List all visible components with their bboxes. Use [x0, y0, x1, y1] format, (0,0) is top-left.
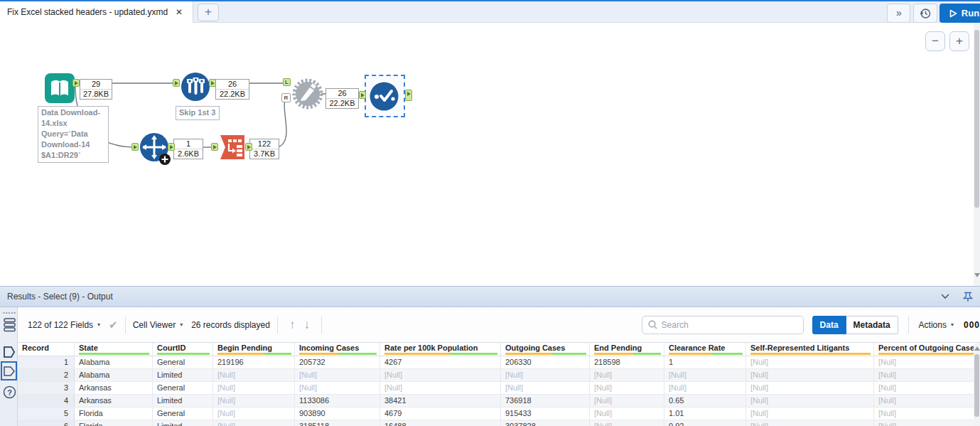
input-annotation[interactable]: Data Download- 14.xlsx Query=`Data Downl… [38, 106, 109, 163]
sample-output-anchor[interactable] [209, 79, 216, 87]
record-number-cell[interactable]: 4 [18, 395, 75, 407]
cell-viewer-dropdown[interactable]: Cell Viewer [133, 320, 176, 330]
table-cell[interactable]: 903890 [295, 408, 380, 420]
column-header[interactable]: Record [18, 343, 75, 356]
table-cell[interactable]: [Null] [590, 382, 664, 394]
input-data-tool[interactable] [44, 73, 75, 104]
select-input-anchor[interactable] [359, 91, 366, 99]
grid-scrollbar-up-arrow-icon[interactable] [974, 346, 980, 351]
table-cell[interactable]: General [153, 356, 213, 368]
table-cell[interactable]: [Null] [746, 382, 874, 394]
table-cell[interactable]: [Null] [213, 395, 295, 407]
column-header[interactable]: Percent of Outgoing Case [874, 343, 980, 356]
table-cell[interactable]: [Null] [874, 356, 980, 368]
rename-left-input-anchor[interactable]: L [283, 78, 291, 86]
count-box[interactable]: 1 2.6KB [173, 139, 203, 159]
version-history-button[interactable] [913, 4, 937, 23]
table-cell[interactable]: [Null] [590, 408, 664, 420]
table-cell[interactable]: [Null] [874, 382, 980, 394]
profile-view-button[interactable] [2, 317, 16, 333]
table-cell[interactable]: [Null] [295, 382, 380, 394]
table-cell[interactable]: 736918 [501, 395, 590, 407]
select-tool[interactable] [370, 82, 399, 111]
column-header[interactable]: CourtID [153, 343, 213, 356]
grid-scrollbar-thumb[interactable] [974, 354, 979, 417]
collapse-chevron-icon[interactable] [940, 293, 950, 300]
table-cell[interactable]: General [153, 382, 213, 394]
fields-dropdown-caret-icon[interactable]: ▾ [97, 321, 100, 328]
input-output-anchor[interactable] [72, 79, 80, 87]
table-cell[interactable]: 0.65 [664, 395, 746, 407]
table-cell[interactable]: [Null] [874, 408, 980, 420]
select-output-anchor[interactable] [405, 90, 412, 101]
table-row[interactable]: 2AlabamaLimited[Null][Null][Null][Null][… [18, 369, 980, 382]
tab-close-icon[interactable]: ✕ [173, 6, 185, 18]
scroll-up-button[interactable]: ↑ [289, 318, 296, 332]
new-tab-button[interactable]: + [198, 4, 219, 21]
zoom-in-button[interactable]: + [949, 31, 969, 51]
search-box[interactable] [642, 316, 804, 334]
table-cell[interactable]: 205732 [295, 356, 380, 368]
column-header[interactable]: End Pending [590, 343, 664, 356]
sample-input-anchor[interactable] [173, 79, 180, 87]
table-cell[interactable]: 3037828 [501, 420, 590, 426]
table-cell[interactable]: 3185118 [295, 420, 380, 426]
table-cell[interactable]: [Null] [746, 395, 874, 407]
table-row[interactable]: 4ArkansasLimited[Null]113308638421736918… [18, 395, 980, 408]
table-cell[interactable]: [Null] [213, 408, 295, 420]
canvas-scrollbar-down-arrow-icon[interactable] [974, 273, 980, 277]
column-header[interactable]: Incoming Cases [295, 343, 380, 356]
table-cell[interactable]: [Null] [746, 408, 874, 420]
table-cell[interactable]: [Null] [590, 369, 664, 381]
table-cell[interactable]: [Null] [501, 382, 590, 394]
table-cell[interactable]: 16488 [380, 420, 501, 426]
record-number-cell[interactable]: 1 [18, 356, 75, 368]
column-header[interactable]: Rate per 100k Population [380, 343, 501, 356]
table-cell[interactable]: [Null] [295, 369, 380, 381]
fields-dropdown[interactable]: 122 of 122 Fields [28, 320, 93, 330]
table-cell[interactable]: 38421 [380, 395, 501, 407]
column-header[interactable]: Clearance Rate [664, 343, 746, 356]
table-cell[interactable]: [Null] [213, 420, 295, 426]
pin-icon[interactable] [963, 292, 973, 302]
column-header[interactable]: Outgoing Cases [501, 343, 590, 356]
select-records-input-anchor[interactable] [131, 143, 139, 151]
table-cell[interactable]: Arkansas [75, 395, 153, 407]
output-view-button[interactable] [2, 363, 16, 379]
table-cell[interactable]: [Null] [213, 382, 295, 394]
table-cell[interactable]: General [153, 408, 213, 420]
metadata-tab-button[interactable]: Metadata [846, 316, 898, 334]
table-cell[interactable]: [Null] [664, 369, 746, 381]
search-input[interactable] [662, 320, 797, 330]
table-cell[interactable]: Limited [153, 420, 213, 426]
select-records-output-anchor[interactable] [168, 143, 175, 151]
table-cell[interactable]: Alabama [75, 369, 153, 381]
strip-drag-handle[interactable]: ••••• [3, 309, 16, 316]
table-cell[interactable]: Limited [153, 369, 213, 381]
count-box[interactable]: 26 22.2KB [325, 88, 359, 109]
dynamic-rename-tool[interactable] [291, 77, 325, 111]
zoom-out-button[interactable]: − [925, 31, 945, 51]
run-button[interactable]: Run [939, 4, 980, 23]
help-button[interactable]: ? [2, 384, 16, 400]
sample-tool[interactable] [181, 72, 210, 102]
table-cell[interactable]: [Null] [746, 356, 874, 368]
table-cell[interactable]: [Null] [501, 369, 590, 381]
table-cell[interactable]: 915433 [501, 408, 590, 420]
table-row[interactable]: 1AlabamaGeneral2191962057324267206330218… [18, 356, 980, 369]
table-cell[interactable]: 1133086 [295, 395, 380, 407]
count-box[interactable]: 29 27.8KB [80, 79, 112, 100]
table-cell[interactable]: [Null] [874, 369, 980, 381]
crosstab-output-anchor[interactable] [245, 143, 252, 151]
record-number-cell[interactable]: 3 [18, 382, 75, 394]
table-cell[interactable]: Arkansas [75, 382, 153, 394]
results-panel-header[interactable]: Results - Select (9) - Output [0, 286, 980, 307]
table-cell[interactable]: [Null] [380, 369, 501, 381]
table-row[interactable]: 6FloridaLimited[Null]3185118164883037828… [18, 420, 980, 426]
table-cell[interactable]: [Null] [874, 420, 980, 426]
record-number-cell[interactable]: 6 [18, 420, 75, 426]
count-box[interactable]: 26 22.2KB [215, 79, 249, 100]
apply-check-icon[interactable]: ✔ [109, 319, 118, 331]
table-cell[interactable]: [Null] [664, 382, 746, 394]
workflow-canvas[interactable]: L R 29 27.8KB 26 22.2KB 1 2.6KB 122 3.7K… [0, 23, 980, 286]
